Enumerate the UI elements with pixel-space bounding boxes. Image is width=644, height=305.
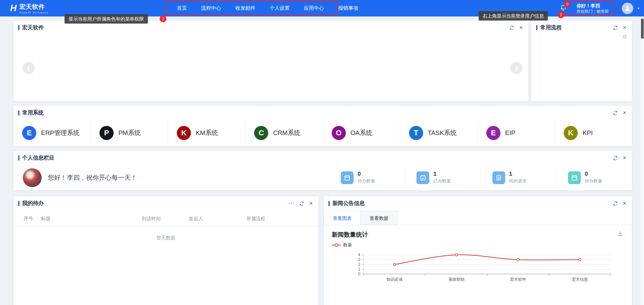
refresh-icon[interactable] xyxy=(299,201,304,206)
system-label: KPI xyxy=(582,129,593,137)
panel-common-systems: 常用系统 ✕ E ERP管理系统 P PM系统 K KM系统 xyxy=(13,106,632,146)
nav-item-personal-settings[interactable]: 个人设置 xyxy=(263,5,297,11)
logo[interactable]: H 宏天软件 Hotent Software xyxy=(10,3,49,14)
svg-text:1: 1 xyxy=(358,267,360,272)
nav-item-app-center[interactable]: 应用中心 xyxy=(297,5,331,11)
system-item-eip[interactable]: E EIP xyxy=(477,120,555,146)
header-right: 0 你好！李四 所在部门：销售部 ▾ xyxy=(560,0,639,16)
title-accent-bar xyxy=(536,25,537,30)
close-icon[interactable]: ✕ xyxy=(519,25,523,30)
title-accent-bar xyxy=(18,201,19,206)
stat-text: 1 我的请求 xyxy=(509,171,527,184)
tab-view-data[interactable]: 查看数据 xyxy=(361,211,398,225)
stat-transferred-count[interactable]: 0 转办数量 xyxy=(556,168,632,188)
empty-state-text: 暂无数据 xyxy=(13,235,318,241)
system-label: ERP管理系统 xyxy=(41,129,80,137)
annotation-tooltip-menu: 显示当前用户所属角色有的菜单权限 xyxy=(65,14,148,24)
chart-title: 新闻数量统计 xyxy=(332,231,368,239)
refresh-icon[interactable] xyxy=(613,156,618,161)
system-item-kpi[interactable]: K KPI xyxy=(555,120,632,146)
title-accent-bar xyxy=(18,25,19,30)
annotation-badge-2: 2 xyxy=(160,15,166,22)
annotation-badge-1: 1 xyxy=(558,11,564,18)
stat-label: 待办数量 xyxy=(358,178,375,184)
chart-legend[interactable]: 数量 xyxy=(332,242,624,248)
nav-item-reimbursement[interactable]: 报销事项 xyxy=(331,5,365,11)
refresh-icon[interactable] xyxy=(613,25,618,30)
close-icon[interactable]: ✕ xyxy=(309,201,313,206)
stat-my-requests[interactable]: 1 我的请求 xyxy=(481,168,556,188)
logo-icon: H xyxy=(10,4,17,13)
erp-logo-icon: E xyxy=(22,126,36,140)
nav-item-home[interactable]: 首页 xyxy=(170,5,194,11)
logo-title: 宏天软件 xyxy=(19,3,49,11)
close-icon[interactable]: ✕ xyxy=(622,25,627,30)
personal-greeting: 您好！李四，祝你开心每一天！ xyxy=(48,173,137,182)
system-item-crm[interactable]: C CRM系统 xyxy=(245,120,322,146)
stat-done-count[interactable]: 1 已办数量 xyxy=(405,168,480,188)
panel-title: 新闻公告信息 xyxy=(328,200,365,207)
svg-text:3: 3 xyxy=(358,257,360,262)
stat-pending-count[interactable]: 0 待办数量 xyxy=(329,168,405,188)
close-icon[interactable]: ✕ xyxy=(622,155,627,161)
document-icon xyxy=(492,171,505,184)
close-icon[interactable]: ✕ xyxy=(622,110,627,115)
personal-info-body: 您好！李四，祝你开心每一天！ 0 待办数量 1 xyxy=(13,165,632,190)
user-info[interactable]: 你好！李四 所在部门：销售部 xyxy=(576,3,609,14)
stat-value: 1 xyxy=(433,171,451,177)
refresh-icon[interactable] xyxy=(613,110,618,115)
title-accent-bar xyxy=(328,201,330,206)
system-item-erp[interactable]: E ERP管理系统 xyxy=(13,120,90,146)
chart-area: 新闻数量统计 数量 01234知识必读系统帮助宏天软件宏天信息 xyxy=(324,225,632,283)
stat-text: 0 转办数量 xyxy=(585,171,602,184)
panel-title: 常用流程 xyxy=(536,24,562,31)
svg-text:2: 2 xyxy=(358,262,360,267)
carousel-next-button[interactable]: ❯ xyxy=(510,62,522,74)
legend-label: 数量 xyxy=(343,242,352,248)
nav-item-process-center[interactable]: 流程中心 xyxy=(194,5,228,11)
refresh-icon[interactable] xyxy=(509,25,514,30)
calendar-check-icon xyxy=(416,171,429,184)
app-root: H 宏天软件 Hotent Software 首页 流程中心 收发邮件 个人设置… xyxy=(0,0,644,305)
pm-logo-icon: P xyxy=(99,126,114,140)
news-tabbar: 查看图表 查看数据 xyxy=(324,211,632,225)
stat-value: 0 xyxy=(585,171,602,177)
column-seq: 序号 xyxy=(24,216,41,222)
system-label: CRM系统 xyxy=(273,129,300,137)
panel-title: 常用系统 xyxy=(18,109,44,116)
user-avatar[interactable] xyxy=(622,3,633,14)
stat-label: 转办数量 xyxy=(585,178,602,184)
carousel-prev-button[interactable]: ❮ xyxy=(23,62,35,74)
column-title: 标题 xyxy=(41,216,142,222)
panel-news-announcements: 新闻公告信息 ✕ 查看图表 查看数据 新闻数量统计 xyxy=(324,196,632,305)
gear-icon[interactable]: ⚙ xyxy=(622,33,627,40)
panel-personal-info: 个人信息栏目 ✕ 您好！李四，祝你开心每一天！ 0 待办数量 xyxy=(13,151,632,190)
stat-value: 1 xyxy=(509,171,527,177)
tab-view-chart[interactable]: 查看图表 xyxy=(324,211,361,225)
refresh-icon[interactable] xyxy=(613,201,618,206)
vertical-scrollbar[interactable] xyxy=(640,16,644,305)
more-icon[interactable]: ··· xyxy=(288,202,294,205)
km-logo-icon: K xyxy=(177,126,191,140)
system-item-oa[interactable]: O OA系统 xyxy=(323,120,400,146)
user-photo[interactable] xyxy=(23,168,42,187)
system-item-pm[interactable]: P PM系统 xyxy=(90,120,168,146)
task-logo-icon: T xyxy=(409,126,423,140)
panel-title: 我的待办 xyxy=(18,200,44,207)
scrollbar-thumb[interactable] xyxy=(641,19,644,39)
annotation-tooltip-user: 右上角显示当前登录用户信息 xyxy=(479,11,548,21)
system-item-task[interactable]: T TASK系统 xyxy=(400,120,477,146)
news-line-chart: 01234知识必读系统帮助宏天软件宏天信息 xyxy=(332,249,621,283)
download-icon[interactable] xyxy=(617,231,623,238)
user-greeting: 你好！李四 xyxy=(576,3,609,9)
close-icon[interactable]: ✕ xyxy=(622,201,627,206)
panel-title-text: 常用系统 xyxy=(22,109,44,116)
panel-title: 个人信息栏目 xyxy=(18,155,54,162)
system-label: EIP xyxy=(505,129,516,137)
stat-label: 已办数量 xyxy=(433,178,451,184)
nav-item-mail[interactable]: 收发邮件 xyxy=(228,5,263,11)
kpi-logo-icon: K xyxy=(564,126,578,140)
crm-logo-icon: C xyxy=(254,126,268,140)
chevron-down-icon[interactable]: ▾ xyxy=(638,6,639,10)
system-item-km[interactable]: K KM系统 xyxy=(168,120,245,146)
